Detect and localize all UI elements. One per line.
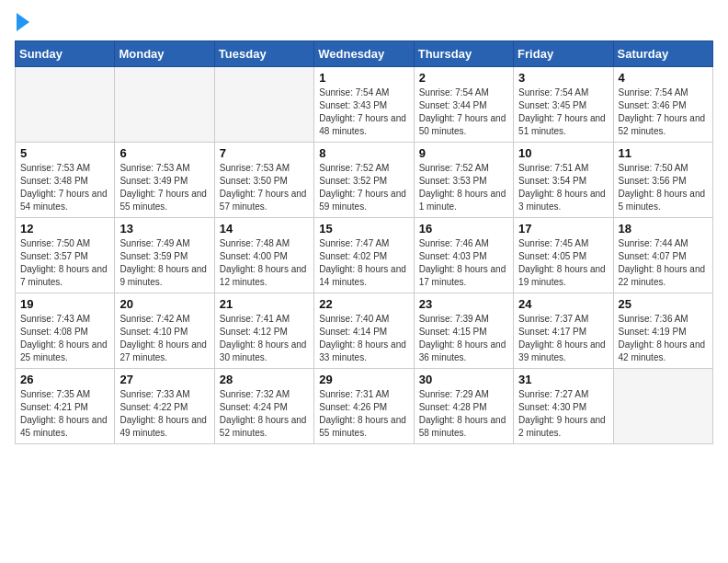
weekday-header-row: SundayMondayTuesdayWednesdayThursdayFrid… xyxy=(16,41,713,67)
day-number: 13 xyxy=(119,222,209,236)
page-header xyxy=(15,15,713,31)
day-number: 30 xyxy=(419,373,508,386)
calendar-cell: 20Sunrise: 7:42 AM Sunset: 4:10 PM Dayli… xyxy=(115,293,214,369)
calendar-cell: 16Sunrise: 7:46 AM Sunset: 4:03 PM Dayli… xyxy=(414,218,513,293)
calendar-cell: 6Sunrise: 7:53 AM Sunset: 3:49 PM Daylig… xyxy=(115,143,214,218)
cell-content: Sunrise: 7:51 AM Sunset: 3:54 PM Dayligh… xyxy=(518,162,608,213)
weekday-header: Saturday xyxy=(613,41,712,67)
weekday-header: Tuesday xyxy=(214,41,313,67)
calendar-cell: 11Sunrise: 7:50 AM Sunset: 3:56 PM Dayli… xyxy=(613,143,712,218)
day-number: 16 xyxy=(419,222,508,236)
logo-arrow-icon xyxy=(17,13,29,31)
day-number: 10 xyxy=(518,146,608,160)
cell-content: Sunrise: 7:32 AM Sunset: 4:24 PM Dayligh… xyxy=(220,388,309,440)
day-number: 29 xyxy=(319,373,408,386)
day-number: 20 xyxy=(119,297,209,311)
calendar-cell: 7Sunrise: 7:53 AM Sunset: 3:50 PM Daylig… xyxy=(214,143,313,218)
day-number: 6 xyxy=(119,146,209,160)
day-number: 22 xyxy=(319,297,408,311)
calendar-cell: 4Sunrise: 7:54 AM Sunset: 3:46 PM Daylig… xyxy=(613,67,712,143)
calendar-cell: 28Sunrise: 7:32 AM Sunset: 4:24 PM Dayli… xyxy=(214,369,313,444)
calendar-table: SundayMondayTuesdayWednesdayThursdayFrid… xyxy=(15,40,713,444)
cell-content: Sunrise: 7:49 AM Sunset: 3:59 PM Dayligh… xyxy=(119,237,209,289)
cell-content: Sunrise: 7:39 AM Sunset: 4:15 PM Dayligh… xyxy=(419,313,508,364)
cell-content: Sunrise: 7:52 AM Sunset: 3:52 PM Dayligh… xyxy=(319,162,408,213)
cell-content: Sunrise: 7:54 AM Sunset: 3:43 PM Dayligh… xyxy=(319,86,408,138)
cell-content: Sunrise: 7:44 AM Sunset: 4:07 PM Dayligh… xyxy=(619,237,708,289)
calendar-cell: 23Sunrise: 7:39 AM Sunset: 4:15 PM Dayli… xyxy=(414,293,513,369)
calendar-week-row: 5Sunrise: 7:53 AM Sunset: 3:48 PM Daylig… xyxy=(16,143,713,218)
calendar-cell xyxy=(16,67,115,143)
calendar-cell: 27Sunrise: 7:33 AM Sunset: 4:22 PM Dayli… xyxy=(115,369,214,444)
day-number: 21 xyxy=(220,297,309,311)
cell-content: Sunrise: 7:53 AM Sunset: 3:50 PM Dayligh… xyxy=(220,162,309,213)
day-number: 8 xyxy=(319,146,408,160)
calendar-cell: 29Sunrise: 7:31 AM Sunset: 4:26 PM Dayli… xyxy=(314,369,414,444)
weekday-header: Wednesday xyxy=(314,41,414,67)
cell-content: Sunrise: 7:40 AM Sunset: 4:14 PM Dayligh… xyxy=(319,313,408,364)
day-number: 1 xyxy=(319,71,408,85)
calendar-cell xyxy=(214,67,313,143)
calendar-cell: 22Sunrise: 7:40 AM Sunset: 4:14 PM Dayli… xyxy=(314,293,414,369)
calendar-week-row: 26Sunrise: 7:35 AM Sunset: 4:21 PM Dayli… xyxy=(16,369,713,444)
day-number: 3 xyxy=(518,71,608,85)
cell-content: Sunrise: 7:47 AM Sunset: 4:02 PM Dayligh… xyxy=(319,237,408,289)
cell-content: Sunrise: 7:53 AM Sunset: 3:48 PM Dayligh… xyxy=(20,162,109,213)
calendar-week-row: 1Sunrise: 7:54 AM Sunset: 3:43 PM Daylig… xyxy=(16,67,713,143)
calendar-cell: 14Sunrise: 7:48 AM Sunset: 4:00 PM Dayli… xyxy=(214,218,313,293)
calendar-cell: 9Sunrise: 7:52 AM Sunset: 3:53 PM Daylig… xyxy=(414,143,513,218)
day-number: 12 xyxy=(20,222,109,236)
cell-content: Sunrise: 7:37 AM Sunset: 4:17 PM Dayligh… xyxy=(518,313,608,364)
day-number: 19 xyxy=(20,297,109,311)
calendar-cell: 13Sunrise: 7:49 AM Sunset: 3:59 PM Dayli… xyxy=(115,218,214,293)
day-number: 15 xyxy=(319,222,408,236)
calendar-week-row: 19Sunrise: 7:43 AM Sunset: 4:08 PM Dayli… xyxy=(16,293,713,369)
cell-content: Sunrise: 7:31 AM Sunset: 4:26 PM Dayligh… xyxy=(319,388,408,440)
cell-content: Sunrise: 7:54 AM Sunset: 3:46 PM Dayligh… xyxy=(619,86,708,138)
calendar-cell: 5Sunrise: 7:53 AM Sunset: 3:48 PM Daylig… xyxy=(16,143,115,218)
cell-content: Sunrise: 7:35 AM Sunset: 4:21 PM Dayligh… xyxy=(20,388,109,440)
cell-content: Sunrise: 7:53 AM Sunset: 3:49 PM Dayligh… xyxy=(119,162,209,213)
calendar-cell: 2Sunrise: 7:54 AM Sunset: 3:44 PM Daylig… xyxy=(414,67,513,143)
weekday-header: Sunday xyxy=(16,41,115,67)
calendar-cell xyxy=(115,67,214,143)
calendar-cell xyxy=(613,369,712,444)
cell-content: Sunrise: 7:50 AM Sunset: 3:57 PM Dayligh… xyxy=(20,237,109,289)
calendar-cell: 12Sunrise: 7:50 AM Sunset: 3:57 PM Dayli… xyxy=(16,218,115,293)
cell-content: Sunrise: 7:27 AM Sunset: 4:30 PM Dayligh… xyxy=(518,388,608,440)
day-number: 18 xyxy=(619,222,708,236)
cell-content: Sunrise: 7:29 AM Sunset: 4:28 PM Dayligh… xyxy=(419,388,508,440)
day-number: 31 xyxy=(518,373,608,386)
calendar-cell: 21Sunrise: 7:41 AM Sunset: 4:12 PM Dayli… xyxy=(214,293,313,369)
cell-content: Sunrise: 7:41 AM Sunset: 4:12 PM Dayligh… xyxy=(220,313,309,364)
weekday-header: Thursday xyxy=(414,41,513,67)
day-number: 14 xyxy=(220,222,309,236)
day-number: 26 xyxy=(20,373,109,386)
cell-content: Sunrise: 7:48 AM Sunset: 4:00 PM Dayligh… xyxy=(220,237,309,289)
day-number: 9 xyxy=(419,146,508,160)
cell-content: Sunrise: 7:42 AM Sunset: 4:10 PM Dayligh… xyxy=(119,313,209,364)
calendar-cell: 3Sunrise: 7:54 AM Sunset: 3:45 PM Daylig… xyxy=(514,67,613,143)
logo xyxy=(15,15,29,31)
cell-content: Sunrise: 7:33 AM Sunset: 4:22 PM Dayligh… xyxy=(119,388,209,440)
cell-content: Sunrise: 7:46 AM Sunset: 4:03 PM Dayligh… xyxy=(419,237,508,289)
day-number: 27 xyxy=(119,373,209,386)
cell-content: Sunrise: 7:54 AM Sunset: 3:44 PM Dayligh… xyxy=(419,86,508,138)
cell-content: Sunrise: 7:36 AM Sunset: 4:19 PM Dayligh… xyxy=(619,313,708,364)
day-number: 17 xyxy=(518,222,608,236)
day-number: 7 xyxy=(220,146,309,160)
cell-content: Sunrise: 7:54 AM Sunset: 3:45 PM Dayligh… xyxy=(518,86,608,138)
calendar-cell: 24Sunrise: 7:37 AM Sunset: 4:17 PM Dayli… xyxy=(514,293,613,369)
calendar-cell: 8Sunrise: 7:52 AM Sunset: 3:52 PM Daylig… xyxy=(314,143,414,218)
day-number: 24 xyxy=(518,297,608,311)
day-number: 28 xyxy=(220,373,309,386)
day-number: 4 xyxy=(619,71,708,85)
calendar-cell: 17Sunrise: 7:45 AM Sunset: 4:05 PM Dayli… xyxy=(514,218,613,293)
calendar-cell: 31Sunrise: 7:27 AM Sunset: 4:30 PM Dayli… xyxy=(514,369,613,444)
calendar-cell: 10Sunrise: 7:51 AM Sunset: 3:54 PM Dayli… xyxy=(514,143,613,218)
calendar-cell: 25Sunrise: 7:36 AM Sunset: 4:19 PM Dayli… xyxy=(613,293,712,369)
cell-content: Sunrise: 7:52 AM Sunset: 3:53 PM Dayligh… xyxy=(419,162,508,213)
day-number: 2 xyxy=(419,71,508,85)
weekday-header: Friday xyxy=(514,41,613,67)
calendar-cell: 18Sunrise: 7:44 AM Sunset: 4:07 PM Dayli… xyxy=(613,218,712,293)
